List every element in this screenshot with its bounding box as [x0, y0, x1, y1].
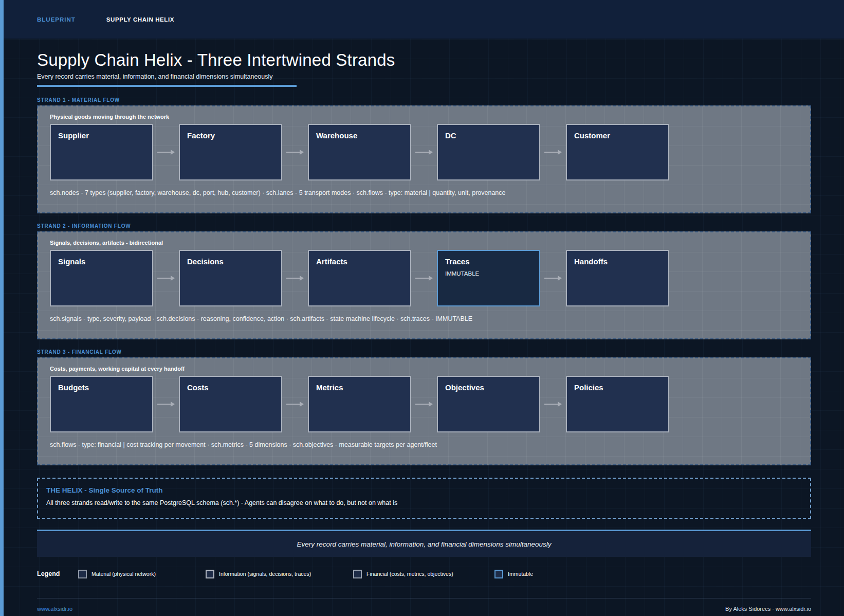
brand-link[interactable]: BLUEPRINT — [37, 16, 76, 23]
strand-2-node-row: Signals Decisions Artifacts Traces IMMUT… — [50, 250, 810, 306]
node-title: Costs — [187, 383, 274, 392]
tagline-text: Every record carries material, informati… — [297, 540, 551, 548]
legend-item-material: Material (physical network) — [78, 570, 206, 578]
strand-2-footnote: sch.signals - type, severity, payload · … — [50, 315, 810, 322]
legend-item-financial: Financial (costs, metrics, objectives) — [353, 570, 494, 578]
material-swatch-icon — [78, 570, 87, 578]
strand-1-node-row: Supplier Factory Warehouse DC Customer — [50, 124, 810, 180]
flow-arrow-icon — [153, 402, 179, 407]
page-title: Supply Chain Helix - Three Intertwined S… — [37, 50, 811, 70]
node-title: Factory — [187, 131, 274, 140]
legend-item-label: Material (physical network) — [91, 571, 156, 577]
financial-swatch-icon — [353, 570, 362, 578]
flow-arrow-icon — [282, 276, 308, 281]
node-title: Signals — [58, 257, 145, 266]
node-dc[interactable]: DC — [437, 124, 540, 180]
node-title: Artifacts — [316, 257, 403, 266]
legend-item-label: Immutable — [508, 571, 533, 577]
strand-1-description: Physical goods moving through the networ… — [50, 114, 810, 120]
node-title: Metrics — [316, 383, 403, 392]
flow-arrow-icon — [411, 276, 437, 281]
title-underline — [37, 85, 297, 87]
helix-title: THE HELIX - Single Source of Truth — [46, 486, 802, 494]
node-title: Decisions — [187, 257, 274, 266]
node-objectives[interactable]: Objectives — [437, 376, 540, 432]
node-handoffs[interactable]: Handoffs — [566, 250, 669, 306]
immutable-swatch-icon — [494, 570, 503, 578]
strand-1-panel: Physical goods moving through the networ… — [37, 105, 811, 213]
strand-3-footnote: sch.flows - type: financial | cost track… — [50, 441, 810, 448]
legend-item-information: Information (signals, decisions, traces) — [206, 570, 353, 578]
page-subtitle: Every record carries material, informati… — [37, 73, 811, 80]
flow-arrow-icon — [411, 402, 437, 407]
flow-arrow-icon — [540, 150, 566, 155]
node-title: Customer — [574, 131, 661, 140]
information-swatch-icon — [206, 570, 214, 578]
strand-1-label: STRAND 1 - MATERIAL FLOW — [37, 97, 811, 103]
node-customer[interactable]: Customer — [566, 124, 669, 180]
node-signals[interactable]: Signals — [50, 250, 153, 306]
blueprint-page: BLUEPRINT SUPPLY CHAIN HELIX Supply Chai… — [0, 0, 844, 616]
strand-3-description: Costs, payments, working capital at ever… — [50, 366, 810, 372]
node-warehouse[interactable]: Warehouse — [308, 124, 411, 180]
footer-divider — [37, 598, 811, 599]
node-title: DC — [445, 131, 532, 140]
strand-2-description: Signals, decisions, artifacts - bidirect… — [50, 240, 810, 246]
node-costs[interactable]: Costs — [179, 376, 282, 432]
helix-body: All three strands read/write to the same… — [46, 499, 802, 506]
flow-arrow-icon — [540, 402, 566, 407]
footer-credit: By Aleks Sidorecs · www.alxsidr.io — [725, 606, 811, 612]
legend-item-label: Information (signals, decisions, traces) — [219, 571, 311, 577]
strand-1-footnote: sch.nodes - 7 types (supplier, factory, … — [50, 189, 810, 196]
helix-callout: THE HELIX - Single Source of Truth All t… — [37, 478, 811, 519]
node-factory[interactable]: Factory — [179, 124, 282, 180]
strand-3-panel: Costs, payments, working capital at ever… — [37, 357, 811, 465]
flow-arrow-icon — [411, 150, 437, 155]
flow-arrow-icon — [282, 402, 308, 407]
footer: www.alxsidr.io By Aleks Sidorecs · www.a… — [37, 606, 811, 612]
node-metrics[interactable]: Metrics — [308, 376, 411, 432]
node-title: Traces — [445, 257, 532, 266]
node-title: Supplier — [58, 131, 145, 140]
flow-arrow-icon — [153, 276, 179, 281]
node-title: Objectives — [445, 383, 532, 392]
legend-item-label: Financial (costs, metrics, objectives) — [366, 571, 453, 577]
footer-site-link[interactable]: www.alxsidr.io — [37, 606, 72, 612]
node-policies[interactable]: Policies — [566, 376, 669, 432]
node-traces[interactable]: Traces IMMUTABLE — [437, 250, 540, 306]
accent-edge-strip — [0, 0, 4, 616]
strand-3-node-row: Budgets Costs Metrics Objectives Policie… — [50, 376, 810, 432]
node-title: Policies — [574, 383, 661, 392]
tagline-banner: Every record carries material, informati… — [37, 530, 811, 557]
node-decisions[interactable]: Decisions — [179, 250, 282, 306]
flow-arrow-icon — [282, 150, 308, 155]
node-title: Budgets — [58, 383, 145, 392]
legend-title: Legend — [37, 570, 78, 577]
node-supplier[interactable]: Supplier — [50, 124, 153, 180]
node-title: Warehouse — [316, 131, 403, 140]
legend: Legend Material (physical network) Infor… — [37, 569, 811, 578]
legend-item-immutable: Immutable — [494, 570, 533, 578]
node-budgets[interactable]: Budgets — [50, 376, 153, 432]
flow-arrow-icon — [540, 276, 566, 281]
node-title: Handoffs — [574, 257, 661, 266]
flow-arrow-icon — [153, 150, 179, 155]
strand-2-panel: Signals, decisions, artifacts - bidirect… — [37, 231, 811, 339]
main-content: Supply Chain Helix - Three Intertwined S… — [37, 39, 811, 612]
top-header-bar: BLUEPRINT SUPPLY CHAIN HELIX — [0, 0, 844, 39]
document-title: SUPPLY CHAIN HELIX — [106, 16, 174, 23]
node-artifacts[interactable]: Artifacts — [308, 250, 411, 306]
strand-2-label: STRAND 2 - INFORMATION FLOW — [37, 223, 811, 229]
immutable-badge: IMMUTABLE — [445, 270, 532, 277]
strand-3-label: STRAND 3 - FINANCIAL FLOW — [37, 349, 811, 355]
